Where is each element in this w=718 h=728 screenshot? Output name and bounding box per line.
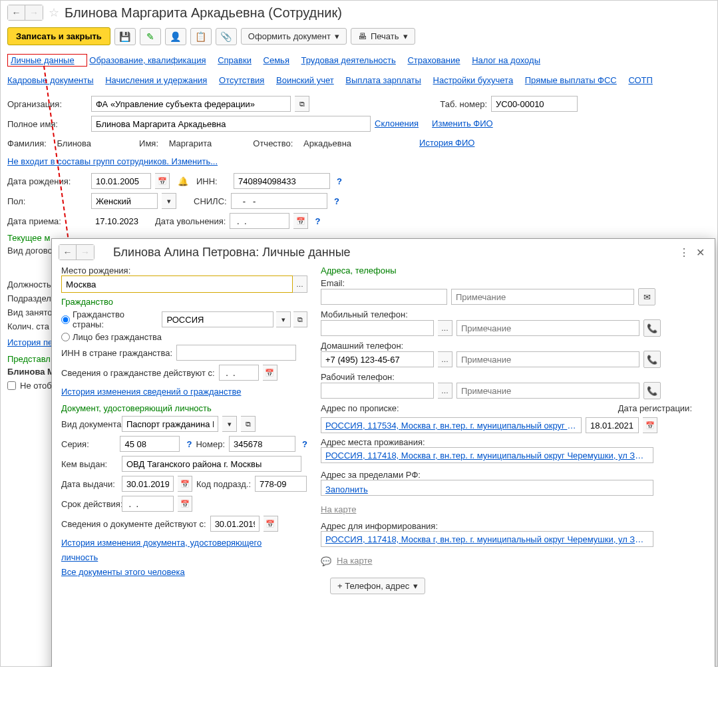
- live-addr-box[interactable]: РОССИЯ, 117418, Москва г, вн.тер. г. мун…: [321, 447, 653, 463]
- email-note-input[interactable]: [451, 289, 634, 305]
- save-close-button[interactable]: Записать и закрыть: [7, 27, 110, 45]
- help-icon[interactable]: ?: [315, 216, 320, 226]
- tab-hr-docs[interactable]: Кадровые документы: [7, 73, 94, 88]
- all-docs-link[interactable]: Все документы этого человека: [61, 565, 185, 580]
- org-input[interactable]: [91, 96, 291, 112]
- fill-link[interactable]: Заполнить: [325, 482, 368, 497]
- dept-code-input[interactable]: [255, 476, 307, 492]
- phone-icon[interactable]: 📞: [643, 319, 661, 337]
- calendar-icon[interactable]: 📅: [264, 516, 278, 532]
- calendar-icon[interactable]: 📅: [155, 173, 170, 189]
- tab-family[interactable]: Семья: [264, 53, 289, 68]
- calendar-icon[interactable]: 📅: [178, 496, 192, 512]
- doc-type-dropdown-icon[interactable]: ▾: [222, 416, 237, 432]
- stateless-radio[interactable]: [61, 333, 70, 341]
- copy-icon-button[interactable]: 📋: [190, 28, 212, 45]
- inn-country-input[interactable]: [176, 345, 296, 361]
- phone-icon[interactable]: 📞: [643, 351, 661, 368]
- work-input[interactable]: [321, 383, 434, 399]
- history-link[interactable]: История пе: [7, 335, 53, 350]
- tab-fss[interactable]: Прямые выплаты ФСС: [525, 73, 617, 88]
- tab-military[interactable]: Воинский учет: [276, 73, 334, 88]
- email-icon[interactable]: ✉: [638, 288, 655, 305]
- mobile-input[interactable]: [321, 320, 434, 336]
- birthplace-input[interactable]: [61, 275, 293, 293]
- help-icon[interactable]: ?: [302, 439, 307, 449]
- calendar-icon[interactable]: 📅: [643, 417, 657, 433]
- groups-link[interactable]: Не входит в составы групп сотрудников. И…: [7, 154, 218, 169]
- tab-accounting[interactable]: Настройки бухучета: [433, 73, 514, 88]
- declensions-link[interactable]: Склонения: [375, 116, 419, 131]
- tab-accruals[interactable]: Начисления и удержания: [105, 73, 207, 88]
- tabno-input[interactable]: [491, 96, 578, 112]
- tab-education[interactable]: Образование, квалификация: [89, 53, 206, 68]
- reg-date-input[interactable]: [586, 417, 639, 433]
- doc-type-open-icon[interactable]: ⧉: [241, 416, 256, 432]
- inn-input[interactable]: [234, 173, 330, 189]
- snils-input[interactable]: [231, 193, 327, 209]
- email-input[interactable]: [321, 289, 447, 305]
- number-input[interactable]: [229, 436, 295, 452]
- cit-date-input[interactable]: [219, 365, 259, 381]
- validity-input[interactable]: [122, 496, 174, 512]
- user-icon-button[interactable]: 👤: [165, 28, 186, 45]
- work-note-input[interactable]: [456, 383, 639, 399]
- tab-income-tax[interactable]: Налог на доходы: [472, 53, 540, 68]
- tab-insurance[interactable]: Страхование: [407, 53, 460, 68]
- modal-close-button[interactable]: ✕: [692, 244, 708, 260]
- help-icon[interactable]: ?: [334, 196, 339, 206]
- modal-menu-icon[interactable]: ⋮: [676, 244, 692, 260]
- print-dropdown[interactable]: 🖶 Печать ▾: [351, 28, 415, 45]
- doc-history-link[interactable]: История изменения документа, удостоверяю…: [61, 536, 301, 565]
- help-icon[interactable]: ?: [337, 176, 342, 186]
- reg-addr-box[interactable]: РОССИЯ, 117534, Москва г, вн.тер. г. мун…: [321, 417, 582, 433]
- tab-absences[interactable]: Отсутствия: [219, 73, 264, 88]
- citizenship-history-link[interactable]: История изменения сведений о гражданстве: [61, 385, 241, 399]
- help-icon[interactable]: ?: [186, 439, 192, 449]
- home-note-input[interactable]: [456, 351, 639, 367]
- inform-addr-box[interactable]: РОССИЯ, 117418, Москва г, вн.тер. г. мун…: [321, 531, 653, 547]
- series-input[interactable]: [120, 436, 180, 452]
- doc-info-date-input[interactable]: [210, 516, 260, 532]
- gender-dropdown-icon[interactable]: ▾: [162, 193, 176, 209]
- on-map-link-2[interactable]: На карте: [337, 554, 372, 568]
- phone-icon[interactable]: 📞: [643, 382, 661, 399]
- calendar-icon[interactable]: 📅: [293, 213, 308, 229]
- on-map-link[interactable]: На карте: [321, 502, 356, 517]
- nav-back-button[interactable]: ←: [8, 5, 25, 20]
- attach-icon-button[interactable]: 📎: [216, 28, 237, 45]
- country-open-icon[interactable]: ⧉: [293, 311, 307, 327]
- edit-icon-button[interactable]: ✎: [140, 28, 161, 45]
- nav-forward-button[interactable]: →: [25, 5, 43, 20]
- tab-personal-data[interactable]: Личные данные: [11, 53, 75, 68]
- doc-type-input[interactable]: [122, 416, 218, 432]
- mobile-note-input[interactable]: [456, 320, 639, 336]
- change-fio-link[interactable]: Изменить ФИО: [432, 116, 493, 131]
- gender-input[interactable]: [91, 193, 158, 209]
- issued-input[interactable]: [122, 456, 301, 472]
- tab-sotp[interactable]: СОТП: [628, 73, 653, 88]
- home-ellipsis-button[interactable]: …: [438, 351, 452, 367]
- home-input[interactable]: [321, 351, 434, 367]
- fullname-input[interactable]: [91, 116, 371, 132]
- birthplace-ellipsis-button[interactable]: …: [293, 275, 307, 293]
- tab-salary[interactable]: Выплата зарплаты: [345, 73, 421, 88]
- modal-forward-button[interactable]: →: [77, 245, 94, 260]
- dont-show-checkbox[interactable]: [7, 381, 16, 390]
- document-dropdown[interactable]: Оформить документ ▾: [241, 28, 347, 45]
- add-phone-dropdown[interactable]: + Телефон, адрес ▾: [330, 578, 425, 594]
- tab-work-activity[interactable]: Трудовая деятельность: [301, 53, 396, 68]
- country-dropdown-icon[interactable]: ▾: [276, 311, 290, 327]
- modal-back-button[interactable]: ←: [59, 245, 77, 260]
- citizenship-country-radio[interactable]: [61, 315, 70, 324]
- save-icon-button[interactable]: 💾: [114, 28, 136, 45]
- work-ellipsis-button[interactable]: …: [438, 383, 452, 399]
- birth-input[interactable]: [91, 173, 151, 189]
- calendar-icon[interactable]: 📅: [178, 476, 192, 492]
- calendar-icon[interactable]: 📅: [263, 365, 277, 381]
- fire-input[interactable]: [230, 213, 289, 229]
- fio-history-link[interactable]: История ФИО: [419, 136, 474, 150]
- country-input[interactable]: [162, 311, 273, 327]
- mobile-ellipsis-button[interactable]: …: [438, 320, 452, 336]
- favorite-star-icon[interactable]: ☆: [49, 5, 59, 20]
